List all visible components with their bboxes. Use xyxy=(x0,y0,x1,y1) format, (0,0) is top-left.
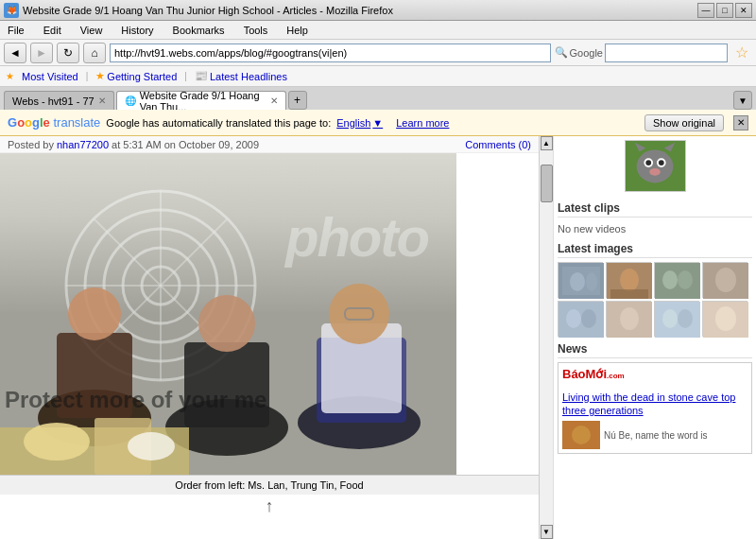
image-thumb-3[interactable] xyxy=(654,262,699,298)
news-article-partial: Nú Be, name the word is xyxy=(604,429,708,442)
tom-jerry-thumbnail[interactable] xyxy=(625,140,686,192)
forward-button[interactable]: ► xyxy=(30,43,53,63)
bookmark-most-visited[interactable]: Most Visited xyxy=(22,71,78,82)
svg-point-11 xyxy=(68,287,121,340)
scroll-up-button[interactable]: ▲ xyxy=(541,136,553,150)
image-grid xyxy=(558,262,752,337)
svg-point-41 xyxy=(662,270,678,289)
menu-history[interactable]: History xyxy=(117,23,157,38)
author-link[interactable]: nhan77200 xyxy=(57,139,109,150)
scroll-thumb[interactable] xyxy=(541,165,553,202)
svg-point-18 xyxy=(329,284,389,344)
learn-more-link[interactable]: Learn more xyxy=(396,117,449,129)
google-label: Google xyxy=(570,47,603,59)
google-translate-logo: Google translate xyxy=(8,115,100,130)
menu-edit[interactable]: Edit xyxy=(40,23,65,38)
tab-website-close[interactable]: ✕ xyxy=(270,96,278,106)
browser-icon: 🦊 xyxy=(4,3,19,18)
back-button[interactable]: ◄ xyxy=(4,43,26,63)
arrow-indicator: ↑ xyxy=(0,495,539,518)
image-thumb-6[interactable] xyxy=(606,301,651,337)
image-thumb-2[interactable] xyxy=(606,262,651,298)
bookmark-latest-headlines[interactable]: 📰 Latest Headlines xyxy=(195,70,287,82)
svg-point-25 xyxy=(636,150,673,183)
bookmark-star-icon: ★ xyxy=(6,71,14,81)
search-icon-label: 🔍 xyxy=(555,46,568,59)
show-original-button[interactable]: Show original xyxy=(644,114,724,131)
nav-bar: ◄ ► ↻ ⌂ http://hvt91.webs.com/apps/blog/… xyxy=(0,40,756,66)
svg-point-14 xyxy=(198,295,255,352)
reload-button[interactable]: ↻ xyxy=(57,43,79,63)
title-bar-left: 🦊 Website Grade 9/1 Hoang Van Thu Junior… xyxy=(4,3,393,18)
sidebar-main-thumb xyxy=(558,140,752,196)
image-thumb-5[interactable] xyxy=(558,301,603,337)
svg-point-51 xyxy=(662,309,678,328)
menu-tools[interactable]: Tools xyxy=(240,23,272,38)
home-button[interactable]: ⌂ xyxy=(83,43,106,63)
svg-rect-39 xyxy=(610,289,648,299)
tab-website[interactable]: 🌐 Website Grade 9/1 Hoang Van Thu... ✕ xyxy=(116,91,286,110)
menu-view[interactable]: View xyxy=(77,23,107,38)
no-videos-text: No new videos xyxy=(558,221,752,236)
image-thumb-7[interactable] xyxy=(654,301,699,337)
tab-webs[interactable]: Webs - hvt91 - 77 ✕ xyxy=(4,91,114,110)
sidebar: Latest clips No new videos Latest images xyxy=(553,136,756,539)
photo-caption: Order from left: Ms. Lan, Trung Tin, Foo… xyxy=(0,475,539,495)
minimize-button[interactable]: — xyxy=(697,3,714,18)
main-column: Posted by nhan77200 at 5:31 AM on Octobe… xyxy=(0,136,539,539)
latest-clips-title: Latest clips xyxy=(558,201,752,217)
baomoi-logo: BáoMới.com xyxy=(562,367,747,387)
separator1: | xyxy=(86,71,89,81)
photo-image: photo xyxy=(0,153,456,475)
image-thumb-4[interactable] xyxy=(702,262,747,298)
separator2: | xyxy=(184,71,187,81)
new-tab-button[interactable]: + xyxy=(288,91,307,110)
latest-images-title: Latest images xyxy=(558,242,752,258)
star-icon[interactable]: ☆ xyxy=(731,43,752,61)
image-thumb-8[interactable] xyxy=(702,301,747,337)
language-selector[interactable]: English ▼ xyxy=(336,117,383,129)
tab-webs-close[interactable]: ✕ xyxy=(98,96,106,106)
language-label: English xyxy=(336,117,370,129)
svg-point-36 xyxy=(586,272,597,291)
tab-webs-label: Webs - hvt91 - 77 xyxy=(12,96,94,107)
content-area: Posted by nhan77200 at 5:31 AM on Octobe… xyxy=(0,136,756,539)
bookmark-getting-started[interactable]: ★ Getting Started xyxy=(95,70,177,82)
menu-help[interactable]: Help xyxy=(283,23,312,38)
svg-point-52 xyxy=(678,309,693,328)
title-bar-buttons[interactable]: — □ ✕ xyxy=(697,3,752,18)
translate-message: Google has automatically translated this… xyxy=(106,117,331,129)
translate-close-button[interactable]: ✕ xyxy=(733,115,748,130)
close-button[interactable]: ✕ xyxy=(735,3,752,18)
svg-point-28 xyxy=(645,160,651,165)
protect-text: Protect more of your me xyxy=(5,387,266,413)
svg-point-46 xyxy=(566,309,581,328)
menu-bookmarks[interactable]: Bookmarks xyxy=(169,23,229,38)
search-area: 🔍 Google xyxy=(555,43,728,62)
post-meta: Posted by nhan77200 at 5:31 AM on Octobe… xyxy=(0,136,539,153)
search-input[interactable] xyxy=(605,43,728,62)
language-dropdown-icon: ▼ xyxy=(372,117,383,129)
news-article-row: Nú Be, name the word is xyxy=(562,421,747,449)
image-thumb-1[interactable] xyxy=(558,262,603,298)
address-bar[interactable]: http://hvt91.webs.com/apps/blog/#googtra… xyxy=(110,43,551,62)
svg-point-54 xyxy=(715,306,736,331)
maximize-button[interactable]: □ xyxy=(716,3,733,18)
address-text: http://hvt91.webs.com/apps/blog/#googtra… xyxy=(114,47,546,59)
bookmarks-bar: ★ Most Visited | ★ Getting Started | 📰 L… xyxy=(0,66,756,87)
scroll-down-button[interactable]: ▼ xyxy=(541,525,553,539)
tab-scroll-button[interactable]: ▼ xyxy=(733,91,752,110)
svg-point-42 xyxy=(678,270,693,289)
window-title: Website Grade 9/1 Hoang Van Thu Junior H… xyxy=(23,5,393,16)
getting-started-icon: ★ xyxy=(95,70,105,82)
comments-link[interactable]: Comments (0) xyxy=(465,139,531,150)
svg-point-29 xyxy=(658,160,663,165)
svg-point-23 xyxy=(128,432,175,461)
news-article-link[interactable]: Living with the dead in stone cave top t… xyxy=(562,391,747,418)
svg-point-38 xyxy=(620,269,639,291)
svg-point-21 xyxy=(24,423,90,461)
baomoi-box: BáoMới.com Living with the dead in stone… xyxy=(558,362,752,454)
news-section-title: News xyxy=(558,342,752,358)
vertical-scrollbar[interactable]: ▲ ▼ xyxy=(539,136,553,539)
menu-file[interactable]: File xyxy=(4,23,28,38)
